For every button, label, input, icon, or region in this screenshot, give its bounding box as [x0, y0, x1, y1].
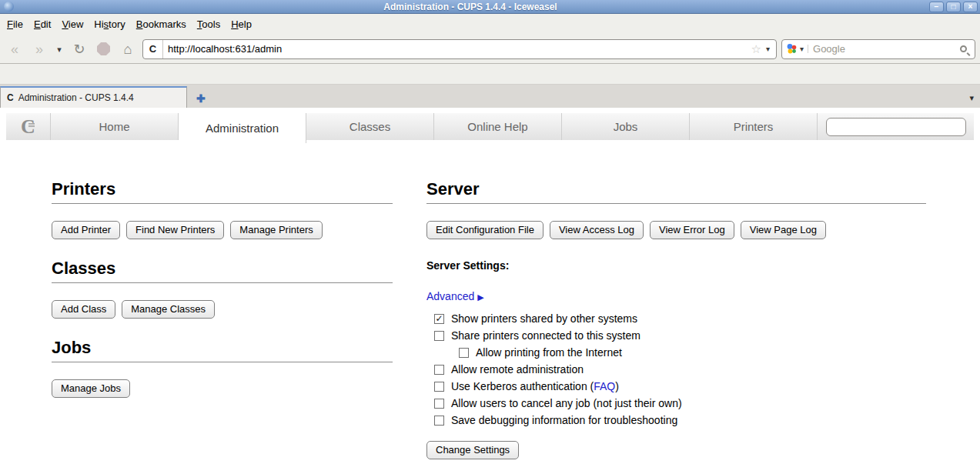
find-new-printers-button[interactable]: Find New Printers	[126, 221, 224, 239]
cups-logo-tab[interactable]: C	[6, 113, 51, 140]
cups-tab-printers[interactable]: Printers	[690, 113, 818, 140]
edit-configuration-file-button[interactable]: Edit Configuration File	[426, 221, 544, 239]
advanced-link[interactable]: Advanced	[426, 290, 474, 302]
url-dropdown-icon[interactable]: ▾	[763, 45, 776, 53]
divider	[52, 282, 393, 283]
browser-window: Administration - CUPS 1.4.4 - Iceweasel …	[0, 0, 980, 464]
checkbox-label: Share printers connected to this system	[451, 329, 641, 342]
change-settings-button[interactable]: Change Settings	[426, 441, 519, 459]
checkbox-label: Allow users to cancel any job (not just …	[451, 397, 682, 409]
iceweasel-icon	[4, 2, 14, 12]
back-icon[interactable]: «	[5, 40, 25, 58]
checkbox[interactable]	[434, 416, 444, 426]
cups-navigation: C Home Administration Classes Online Hel…	[6, 113, 974, 140]
window-title: Administration - CUPS 1.4.4 - Iceweasel	[14, 2, 927, 12]
cups-tab-home[interactable]: Home	[51, 113, 179, 140]
manage-jobs-button[interactable]: Manage Jobs	[52, 379, 130, 398]
history-dropdown-icon[interactable]: ▾	[54, 40, 65, 58]
minimize-button[interactable]: −	[929, 2, 944, 12]
right-column: Server Edit Configuration File View Acce…	[426, 180, 926, 464]
maximize-button[interactable]: □	[946, 2, 961, 12]
checkbox[interactable]	[459, 348, 469, 358]
menu-file[interactable]: File	[2, 15, 28, 33]
stop-icon[interactable]	[97, 42, 110, 55]
cups-favicon: C	[143, 40, 163, 58]
cups-search-cell	[818, 113, 974, 140]
menu-bookmarks[interactable]: Bookmarks	[131, 15, 192, 33]
manage-classes-button[interactable]: Manage Classes	[122, 300, 215, 319]
classes-heading: Classes	[52, 259, 393, 278]
setting-cancel-any-job: Allow users to cancel any job (not just …	[426, 395, 926, 412]
checkbox[interactable]	[434, 331, 444, 341]
forward-icon[interactable]: »	[29, 40, 49, 58]
google-icon	[786, 43, 798, 55]
advanced-arrow-icon: ▶	[477, 292, 483, 302]
navigation-toolbar: « » ▾ ↻ ⌂ C ☆ ▾ ▾	[0, 35, 980, 64]
jobs-heading: Jobs	[52, 339, 393, 357]
menu-view[interactable]: View	[56, 15, 89, 33]
menubar: File Edit View History Bookmarks Tools H…	[0, 14, 980, 35]
checkbox-label: Use Kerberos authentication (FAQ)	[451, 380, 619, 392]
cups-search-input[interactable]	[826, 118, 966, 136]
cups-tab-classes[interactable]: Classes	[306, 113, 434, 140]
manage-printers-button[interactable]: Manage Printers	[230, 221, 322, 239]
server-heading: Server	[426, 180, 926, 199]
cups-tab-online-help[interactable]: Online Help	[434, 113, 562, 140]
cups-logo-icon: C	[21, 117, 35, 137]
search-engine-dropdown-icon[interactable]: ▾	[798, 45, 808, 53]
close-button[interactable]: ×	[963, 2, 978, 12]
reload-icon[interactable]: ↻	[69, 40, 89, 58]
view-access-log-button[interactable]: View Access Log	[550, 221, 644, 239]
checkbox-label: Show printers shared by other systems	[451, 312, 637, 325]
add-class-button[interactable]: Add Class	[52, 300, 115, 319]
cups-tab-administration[interactable]: Administration	[179, 113, 306, 143]
faq-link[interactable]: FAQ	[594, 380, 615, 392]
url-input[interactable]	[163, 43, 750, 55]
new-tab-button[interactable]: ✚	[187, 92, 215, 108]
menu-help[interactable]: Help	[226, 15, 257, 33]
setting-allow-internet-printing: Allow printing from the Internet	[426, 344, 926, 361]
printers-heading: Printers	[52, 180, 393, 199]
titlebar: Administration - CUPS 1.4.4 - Iceweasel …	[0, 0, 980, 14]
left-column: Printers Add Printer Find New Printers M…	[52, 180, 393, 464]
bookmark-star-icon[interactable]: ☆	[750, 42, 763, 56]
tab-bar: C Administration - CUPS 1.4.4 ✚ ▾	[0, 85, 980, 108]
view-page-log-button[interactable]: View Page Log	[741, 221, 826, 239]
view-error-log-button[interactable]: View Error Log	[650, 221, 734, 239]
url-bar[interactable]: C ☆ ▾	[142, 39, 777, 59]
cups-tab-jobs[interactable]: Jobs	[562, 113, 690, 140]
setting-save-debug-info: Save debugging information for troublesh…	[426, 412, 926, 429]
checkbox[interactable]	[434, 365, 444, 375]
add-printer-button[interactable]: Add Printer	[52, 221, 120, 239]
home-icon[interactable]: ⌂	[118, 40, 138, 58]
divider	[52, 362, 393, 362]
checkbox-label: Save debugging information for troublesh…	[451, 414, 677, 426]
search-bar[interactable]: ▾	[781, 39, 975, 59]
advanced-link-row: Advanced ▶	[426, 290, 926, 302]
tab-administration[interactable]: C Administration - CUPS 1.4.4	[0, 86, 187, 108]
checkbox[interactable]	[434, 382, 444, 392]
checkbox[interactable]	[434, 399, 444, 409]
search-magnifier-icon[interactable]	[960, 45, 967, 52]
menu-history[interactable]: History	[89, 15, 130, 33]
setting-allow-remote-admin: Allow remote administration	[426, 361, 926, 378]
search-input[interactable]	[808, 43, 960, 55]
bookmarks-toolbar	[0, 64, 980, 85]
checkbox[interactable]: ✓	[434, 314, 444, 324]
menu-edit[interactable]: Edit	[28, 15, 56, 33]
divider	[52, 203, 393, 204]
menu-tools[interactable]: Tools	[192, 15, 226, 33]
checkbox-label: Allow printing from the Internet	[476, 346, 622, 359]
page-content: Printers Add Printer Find New Printers M…	[0, 140, 980, 464]
tab-title: Administration - CUPS 1.4.4	[18, 92, 134, 103]
setting-show-shared-printers: ✓ Show printers shared by other systems	[426, 310, 926, 327]
checkbox-label: Allow remote administration	[451, 363, 584, 376]
setting-kerberos-auth: Use Kerberos authentication (FAQ)	[426, 378, 926, 395]
tab-cups-favicon: C	[7, 92, 14, 103]
server-settings-label: Server Settings:	[426, 259, 926, 272]
setting-share-printers: Share printers connected to this system	[426, 327, 926, 344]
list-tabs-icon[interactable]: ▾	[969, 93, 974, 103]
divider	[426, 203, 926, 204]
